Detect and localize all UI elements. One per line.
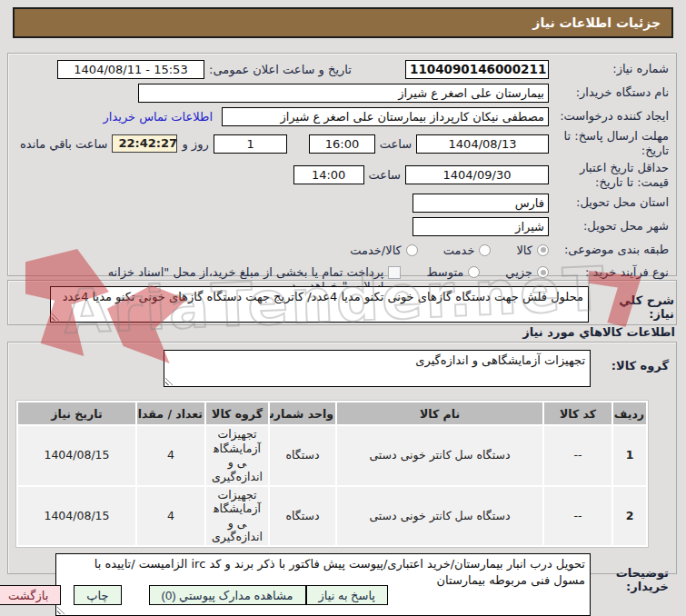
cell-item-code: --	[544, 426, 611, 485]
province-field[interactable]: فارس	[413, 194, 549, 213]
validity-time-field[interactable]: 14:00	[293, 165, 364, 184]
cell-item-name: دستگاه سل کانتر خونی دستی	[337, 487, 542, 546]
description-text: محلول فلش جهت دستگاه گازهای خونی تکنو مد…	[63, 290, 583, 303]
col-header-quantity[interactable]: تعداد / مقدار	[137, 402, 204, 424]
back-button[interactable]: بازگشت	[0, 585, 61, 605]
radio-icon-goods[interactable]	[537, 244, 549, 256]
city-label: شهر محل تحویل:	[549, 219, 669, 233]
validity-hour-label: ساعت	[369, 168, 401, 182]
announce-datetime-field[interactable]: 1404/08/11 - 15:53	[57, 60, 204, 79]
buyer-org-row: نام دستگاه خریدار: بیمارستان علی اصغر ع …	[14, 81, 671, 104]
classification-row: طبقه بندی موضوعی: کالا خدمت کالا/خدمت	[14, 238, 671, 262]
deadline-date-field[interactable]: 1404/08/13	[416, 134, 549, 154]
radio-option-medium[interactable]: متوسط	[426, 265, 480, 279]
radio-label-goods-service: کالا/خدمت	[350, 243, 402, 257]
buyer-notes-text: تحویل درب انبار بیمارستان/خرید اعتباری/پ…	[94, 557, 585, 587]
description-label: شرح کلي نیاز:	[589, 286, 674, 321]
need-info-panel: شماره نیاز: 1104090146000211 تاریخ و ساع…	[7, 53, 677, 276]
resize-grip-icon[interactable]	[57, 606, 65, 614]
validity-date-field[interactable]: 1404/09/30	[405, 165, 549, 184]
goods-table-header-row: ردیف کد کالا نام کالا واحد شمارش گروه کا…	[18, 402, 646, 424]
table-row[interactable]: 1 -- دستگاه سل کانتر خونی دستی دستگاه تج…	[18, 426, 646, 485]
goods-section-title: اطلاعات کالاهاي مورد نیاز	[522, 325, 675, 339]
view-attached-docs-button[interactable]: مشاهده مدارک پیوستي (0)	[149, 585, 306, 605]
cell-group: تجهیزات آزمایشگاهی و اندازه‌گیری	[206, 426, 268, 485]
radio-icon-goods-service[interactable]	[406, 244, 418, 256]
hours-remaining-label: ساعت باقي مانده	[20, 137, 107, 151]
price-validity-row: حداقل تاریخ اعتبار قیمت: تا تاریخ: 1404/…	[14, 160, 671, 192]
treasury-checkbox[interactable]	[388, 266, 401, 279]
buyer-org-label: نام دستگاه خریدار:	[549, 85, 669, 100]
cell-row-number: 1	[613, 426, 646, 485]
page-title-bar: جزئیات اطلاعات نیاز	[13, 7, 673, 38]
cell-need-date: 1404/08/15	[18, 487, 135, 546]
col-header-item-code[interactable]: کد کالا	[544, 402, 611, 424]
city-row: شهر محل تحویل: شیراز	[14, 214, 671, 238]
col-header-need-date[interactable]: تاریخ نیاز	[18, 402, 135, 424]
remaining-days-field[interactable]: 1	[214, 134, 288, 154]
radio-option-service[interactable]: خدمت	[443, 243, 492, 257]
radio-icon-minor[interactable]	[537, 266, 549, 278]
countdown-timer: 22:42:27	[112, 134, 177, 153]
goods-panel: گروه کالا: تجهیزات آزمایشگاهی و اندازه‌گ…	[7, 342, 677, 574]
response-deadline-row: مهلت ارسال پاسخ: تا تاریخ: 1404/08/13 سا…	[14, 128, 671, 160]
deadline-hour-label: ساعت	[380, 137, 412, 151]
goods-table: ردیف کد کالا نام کالا واحد شمارش گروه کا…	[15, 400, 649, 548]
radio-option-goods-service[interactable]: کالا/خدمت	[350, 243, 418, 257]
requester-row: ایجاد کننده درخواست: مصطفی نیکان کارپردا…	[14, 104, 671, 128]
radio-label-goods: کالا	[516, 243, 532, 257]
col-header-item-name[interactable]: نام کالا	[337, 402, 542, 424]
cell-item-code: --	[544, 487, 611, 546]
cell-unit: دستگاه	[270, 426, 335, 485]
radio-label-medium: متوسط	[426, 265, 463, 279]
deadline-time-field[interactable]: 16:00	[309, 134, 374, 154]
radio-option-goods[interactable]: کالا	[516, 243, 549, 257]
requester-label: ایجاد کننده درخواست:	[549, 109, 669, 124]
action-buttons-row: پاسخ به نیاز مشاهده مدارک پیوستي (0) چاپ…	[0, 585, 686, 605]
need-number-field[interactable]: 1104090146000211	[405, 60, 549, 79]
province-row: استان محل تحویل: فارس	[14, 191, 671, 214]
price-validity-label: حداقل تاریخ اعتبار قیمت: تا تاریخ:	[549, 161, 669, 191]
cell-item-name: دستگاه سل کانتر خونی دستی	[337, 426, 542, 485]
need-number-label: شماره نیاز:	[549, 62, 669, 76]
radio-label-service: خدمت	[443, 243, 475, 257]
radio-option-minor[interactable]: جزیي	[505, 265, 549, 279]
respond-to-need-button[interactable]: پاسخ به نیاز	[306, 585, 388, 605]
radio-icon-medium[interactable]	[468, 266, 480, 278]
requester-field[interactable]: مصطفی نیکان کارپرداز بیمارستان علی اصغر …	[222, 107, 549, 126]
announce-datetime-label: تاریخ و ساعت اعلان عمومی:	[209, 63, 352, 76]
radio-icon-service[interactable]	[479, 244, 491, 256]
cell-unit: دستگاه	[270, 487, 335, 546]
cell-need-date: 1404/08/15	[18, 426, 135, 485]
goods-group-label: گروه کالا:	[591, 350, 669, 373]
response-deadline-label: مهلت ارسال پاسخ: تا تاریخ:	[549, 129, 669, 159]
city-field[interactable]: شیراز	[413, 217, 549, 236]
process-type-label: نوع فرآیند خرید :	[549, 265, 669, 280]
col-header-unit[interactable]: واحد شمارش	[270, 402, 335, 424]
page-title: جزئیات اطلاعات نیاز	[532, 15, 661, 30]
province-label: استان محل تحویل:	[549, 195, 669, 210]
classification-label: طبقه بندی موضوعی:	[549, 243, 669, 257]
radio-label-minor: جزیي	[505, 265, 532, 279]
description-textarea[interactable]: محلول فلش جهت دستگاه گازهای خونی تکنو مد…	[50, 286, 589, 323]
print-button[interactable]: چاپ	[74, 585, 121, 605]
need-number-row: شماره نیاز: 1104090146000211 تاریخ و ساع…	[14, 57, 671, 81]
description-panel: شرح کلي نیاز: محلول فلش جهت دستگاه گازها…	[7, 280, 677, 325]
goods-group-textarea[interactable]: تجهیزات آزمایشگاهی و اندازه‌گیری	[164, 350, 591, 387]
table-row[interactable]: 2 -- دستگاه سل کانتر خونی دستی دستگاه تج…	[18, 487, 646, 546]
resize-grip-icon[interactable]	[165, 377, 174, 385]
buyer-contact-link[interactable]: اطلاعات تماس خریدار	[104, 110, 213, 124]
cell-group: تجهیزات آزمایشگاهی و اندازه‌گیری	[206, 487, 268, 546]
goods-group-text: تجهیزات آزمایشگاهی و اندازه‌گیری	[415, 353, 585, 367]
resize-grip-icon[interactable]	[52, 313, 60, 321]
cell-quantity: 4	[137, 487, 204, 546]
days-and-label: روز و	[182, 137, 208, 151]
buyer-org-field[interactable]: بیمارستان علی اصغر ع شیراز	[138, 84, 549, 103]
cell-quantity: 4	[137, 426, 204, 485]
col-header-group[interactable]: گروه کالا	[206, 402, 268, 424]
cell-row-number: 2	[613, 487, 646, 546]
col-header-row-number[interactable]: ردیف	[613, 402, 646, 424]
